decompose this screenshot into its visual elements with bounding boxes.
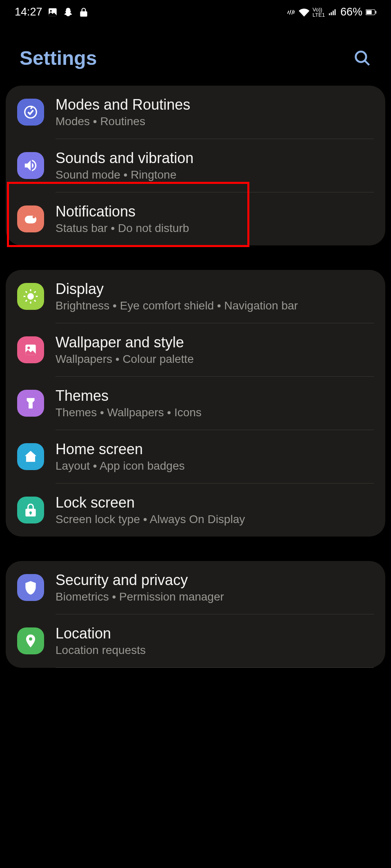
item-content: Lock screen Screen lock type • Always On… [56,494,374,526]
item-content: Notifications Status bar • Do not distur… [56,203,374,235]
item-subtitle: Modes • Routines [56,115,374,128]
settings-item-sounds-vibration[interactable]: Sounds and vibration Sound mode • Ringto… [6,139,385,192]
item-title: Sounds and vibration [56,150,374,167]
svg-rect-3 [367,10,372,14]
svg-rect-4 [375,11,376,13]
status-time: 14:27 [15,6,42,18]
item-subtitle: Location requests [56,644,374,657]
item-content: Home screen Layout • App icon badges [56,441,374,473]
notifications-icon [17,205,44,232]
themes-icon [17,390,44,417]
home-screen-icon [17,443,44,470]
item-title: Themes [56,387,374,404]
page-title: Settings [20,47,97,69]
battery-percent: 66% [340,6,362,18]
settings-item-security-privacy[interactable]: Security and privacy Biometrics • Permis… [6,561,385,614]
item-title: Notifications [56,203,374,220]
gallery-icon [47,7,58,18]
location-icon [17,627,44,654]
display-icon [17,283,44,310]
item-subtitle: Brightness • Eye comfort shield • Naviga… [56,299,374,312]
item-content: Security and privacy Biometrics • Permis… [56,572,374,603]
wallpaper-icon [17,336,44,363]
item-title: Wallpaper and style [56,334,374,351]
item-content: Modes and Routines Modes • Routines [56,96,374,128]
item-title: Modes and Routines [56,96,374,113]
item-subtitle: Layout • App icon badges [56,459,374,473]
item-subtitle: Status bar • Do not disturb [56,222,374,235]
item-content: Themes Themes • Wallpapers • Icons [56,387,374,419]
snapchat-icon [63,7,73,18]
lock-screen-icon [17,497,44,523]
lte-indicator: Vo))LTE1 [313,7,325,18]
status-left: 14:27 [15,6,89,18]
settings-item-location[interactable]: Location Location requests [6,614,385,667]
lock-icon [78,7,89,18]
settings-item-home-screen[interactable]: Home screen Layout • App icon badges [6,430,385,483]
svg-point-5 [356,51,367,62]
divider [56,667,374,668]
item-content: Wallpaper and style Wallpapers • Colour … [56,334,374,366]
settings-item-notifications[interactable]: Notifications Status bar • Do not distur… [6,192,385,245]
security-icon [17,574,44,601]
item-title: Lock screen [56,494,374,511]
svg-point-9 [33,216,35,218]
settings-section-3: Security and privacy Biometrics • Permis… [6,561,385,668]
svg-rect-13 [29,404,33,409]
settings-section-2: Display Brightness • Eye comfort shield … [6,270,385,537]
settings-item-modes-routines[interactable]: Modes and Routines Modes • Routines [6,86,385,139]
item-subtitle: Biometrics • Permission manager [56,590,374,603]
settings-item-display[interactable]: Display Brightness • Eye comfort shield … [6,270,385,323]
status-right: Vo))LTE1 66% [287,6,376,18]
item-subtitle: Screen lock type • Always On Display [56,513,374,526]
item-title: Home screen [56,441,374,458]
svg-point-12 [27,347,30,349]
settings-item-themes[interactable]: Themes Themes • Wallpapers • Icons [6,377,385,430]
item-content: Location Location requests [56,625,374,657]
item-subtitle: Sound mode • Ringtone [56,168,374,181]
item-title: Security and privacy [56,572,374,589]
settings-section-1: Modes and Routines Modes • Routines Soun… [6,86,385,245]
item-title: Display [56,280,374,298]
svg-point-10 [27,293,34,300]
item-content: Display Brightness • Eye comfort shield … [56,280,374,312]
svg-line-6 [365,60,369,65]
page-header: Settings [0,22,391,86]
settings-item-wallpaper[interactable]: Wallpaper and style Wallpapers • Colour … [6,323,385,376]
vibrate-icon [287,8,295,17]
settings-item-lock-screen[interactable]: Lock screen Screen lock type • Always On… [6,484,385,537]
battery-icon [366,9,376,15]
wifi-icon [299,7,309,18]
svg-point-1 [50,10,51,11]
modes-routines-icon [17,99,44,126]
sounds-icon [17,152,44,179]
item-content: Sounds and vibration Sound mode • Ringto… [56,150,374,181]
item-subtitle: Themes • Wallpapers • Icons [56,406,374,419]
search-icon[interactable] [353,49,371,67]
status-bar: 14:27 Vo))LTE1 66% [0,0,391,22]
signal-icon [328,7,337,18]
item-subtitle: Wallpapers • Colour palette [56,353,374,366]
item-title: Location [56,625,374,642]
